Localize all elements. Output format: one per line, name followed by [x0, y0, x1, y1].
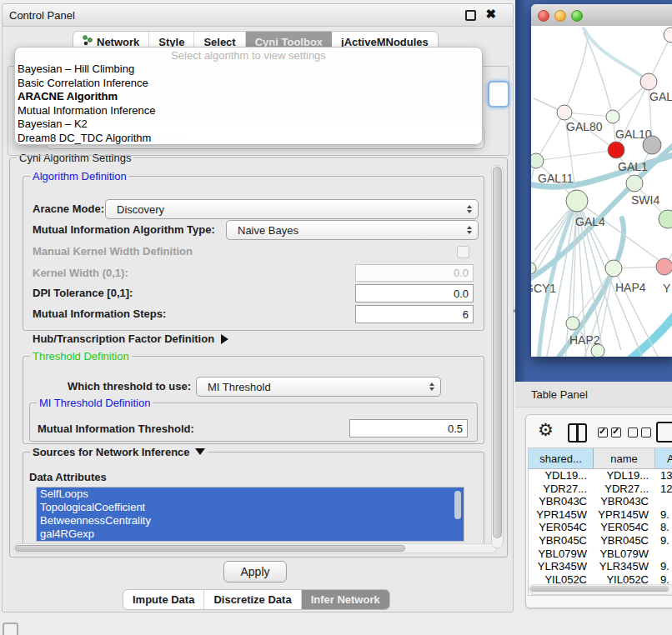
table-cell: YBL079W — [529, 548, 594, 561]
algorithm-option[interactable]: Bayesian – Hill Climbing — [15, 62, 482, 77]
table-panel-box: ⚙ shared... name A YDL19...YDL19...13YDR… — [525, 414, 672, 608]
network-node[interactable] — [659, 210, 672, 228]
table-cell: YDR27... — [594, 482, 655, 496]
manual-kernel-checkbox[interactable] — [457, 246, 469, 258]
mi-steps-field[interactable]: 6 — [355, 305, 474, 323]
apply-button[interactable]: Apply — [223, 561, 287, 582]
combo-spinner-icon — [429, 382, 434, 391]
network-svg: GALGAL80GAL10GAL1GAL11SWI4GAL4GCY1HAP4YH… — [531, 26, 672, 357]
column-header-clipped[interactable]: A — [655, 448, 672, 468]
attribute-table: shared... name A YDL19...YDL19...13YDR27… — [528, 448, 672, 596]
attribute-list-item[interactable]: SelfLoops — [37, 488, 464, 501]
tab-impute-data[interactable]: Impute Data — [123, 590, 204, 609]
network-node[interactable] — [531, 153, 544, 168]
column-layout-icon[interactable] — [568, 423, 587, 442]
mi-type-label: Mutual Information Algorithm Type: — [33, 223, 215, 236]
algorithm-combo-focus-fragment[interactable] — [488, 81, 509, 108]
mi-threshold-group-title: MI Threshold Definition — [37, 397, 153, 409]
network-node[interactable] — [605, 260, 622, 277]
mi-threshold-field[interactable]: 0.5 — [349, 419, 468, 438]
unchecked-checkbox-icon[interactable] — [628, 428, 638, 438]
table-horizontal-scrollbar[interactable] — [529, 584, 672, 595]
network-edge[interactable] — [573, 268, 614, 323]
attribute-list-item[interactable]: BetweennessCentrality — [37, 514, 464, 528]
table-cell: YLR345W — [529, 560, 594, 573]
algorithm-option[interactable]: Mutual Information Inference — [15, 104, 482, 118]
close-icon[interactable]: ✖ — [485, 8, 496, 21]
algorithm-option[interactable]: ARACNE Algorithm — [15, 90, 482, 104]
algorithm-option[interactable]: Dream8 DC_TDC Algorithm — [15, 132, 482, 145]
aracne-mode-combo[interactable]: Discovery — [105, 199, 479, 219]
network-node-label: Y — [663, 282, 671, 295]
algorithm-option[interactable]: Basic Correlation Inference — [15, 77, 482, 91]
scrollbar-thumb[interactable] — [15, 545, 405, 552]
minimize-traffic-light-icon[interactable] — [554, 10, 566, 22]
data-attributes-label: Data Attributes — [29, 471, 107, 483]
manual-kernel-label: Manual Kernel Width Definition — [33, 245, 193, 258]
network-view-window: GALGAL80GAL10GAL1GAL11SWI4GAL4GCY1HAP4YH… — [531, 4, 672, 357]
network-node[interactable] — [626, 175, 643, 192]
table-row[interactable]: YBL079WYBL079W — [529, 548, 672, 561]
data-attributes-list: SelfLoopsTopologicalCoefficientBetweenne… — [36, 487, 464, 542]
algorithm-definition-title: Algorithm Definition — [30, 170, 129, 182]
which-threshold-combo[interactable]: MI Threshold — [196, 377, 441, 397]
column-header-shared-name[interactable]: shared... — [529, 448, 594, 468]
network-node[interactable] — [566, 190, 588, 212]
which-threshold-value: MI Threshold — [208, 381, 271, 393]
checked-checkbox-icon[interactable] — [598, 428, 608, 438]
attribute-list-item[interactable]: gal4RGexp — [37, 528, 464, 541]
network-edge[interactable] — [536, 150, 616, 161]
network-node[interactable] — [640, 73, 657, 90]
network-node[interactable] — [566, 317, 579, 330]
scrollbar-thumb[interactable] — [530, 586, 669, 592]
zoom-traffic-light-icon[interactable] — [571, 10, 583, 22]
table-cell: 9. — [655, 508, 672, 522]
table-row[interactable]: YBR045CYBR045C9. — [529, 534, 672, 548]
dropdown-placeholder: Select algorithm to view settings — [15, 49, 482, 62]
table-cell: 13 — [655, 469, 672, 482]
table-row[interactable]: YDL19...YDL19...13 — [529, 469, 672, 482]
tab-label: Infer Network — [311, 593, 380, 606]
table-row[interactable]: YBR043CYBR043C — [529, 495, 672, 508]
hub-definition-toggle[interactable]: Hub/Transcription Factor Definition — [33, 332, 228, 345]
table-row[interactable]: YLR345WYLR345W9. — [529, 560, 672, 573]
network-node[interactable] — [664, 28, 672, 42]
expand-right-icon — [221, 334, 228, 344]
unchecked-checkbox-icon[interactable] — [641, 428, 651, 438]
network-node[interactable] — [606, 110, 619, 123]
tab-label: Impute Data — [133, 593, 194, 606]
settings-vertical-scrollbar[interactable] — [491, 165, 504, 548]
sources-group-toggle[interactable]: Sources for Network Inference — [30, 446, 208, 458]
table-row[interactable]: YER054CYER054C8. — [529, 521, 672, 534]
table-row[interactable]: YPR145WYPR145W9. — [529, 508, 672, 522]
table-row[interactable]: YDR27...YDR27...12 — [529, 482, 672, 496]
column-header-name[interactable]: name — [594, 448, 655, 468]
collapsed-panel-button[interactable] — [3, 622, 18, 635]
network-node[interactable] — [608, 142, 624, 158]
network-canvas[interactable]: GALGAL80GAL10GAL1GAL11SWI4GAL4GCY1HAP4YH… — [531, 26, 672, 357]
tab-discretize-data[interactable]: Discretize Data — [204, 590, 301, 609]
checked-checkbox-icon[interactable] — [611, 428, 621, 438]
bottom-tab-bar: Impute Data Discretize Data Infer Networ… — [123, 589, 390, 610]
close-traffic-light-icon[interactable] — [538, 10, 549, 22]
kernel-width-field[interactable]: 0.0 — [355, 264, 474, 282]
tab-infer-network[interactable]: Infer Network — [302, 590, 389, 609]
aracne-mode-value: Discovery — [117, 203, 164, 216]
mi-type-combo[interactable]: Naive Bayes — [226, 220, 479, 240]
list-scrollbar-thumb[interactable] — [454, 491, 461, 519]
float-panel-icon[interactable] — [465, 10, 476, 21]
network-node[interactable] — [643, 136, 661, 154]
network-window-titlebar — [531, 4, 672, 27]
settings-horizontal-scrollbar[interactable] — [13, 543, 497, 553]
gear-icon[interactable]: ⚙ — [538, 420, 554, 440]
scrollbar-thumb[interactable] — [493, 167, 502, 538]
network-node[interactable] — [557, 105, 572, 120]
network-node[interactable] — [591, 344, 604, 357]
table-tool-icon[interactable] — [656, 422, 672, 442]
network-node[interactable] — [656, 258, 672, 275]
network-edge[interactable] — [536, 112, 564, 161]
attribute-list-item[interactable]: TopologicalCoefficient — [37, 501, 464, 514]
network-node-label: SWI4 — [631, 193, 659, 207]
algorithm-option[interactable]: Bayesian – K2 — [15, 118, 482, 132]
dpi-tolerance-field[interactable]: 0.0 — [355, 284, 474, 302]
